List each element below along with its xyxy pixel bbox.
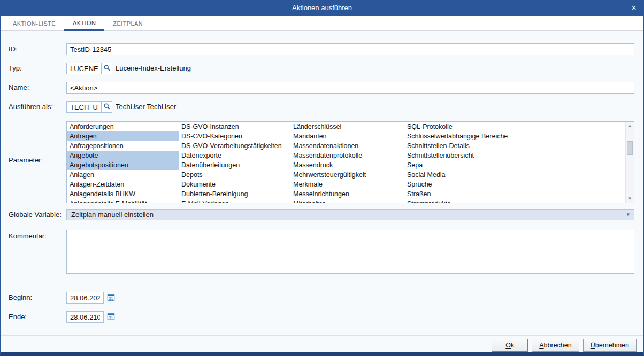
typ-description: Lucene-Index-Erstellung (116, 63, 191, 74)
list-item[interactable]: Anfragen (67, 131, 179, 141)
list-item[interactable]: Anfragepositionen (67, 141, 179, 151)
magnifier-icon (103, 103, 111, 112)
begin-calendar-button[interactable]: 31 (106, 293, 116, 303)
run-as-label: Ausführen als: (9, 101, 53, 113)
close-icon: × (631, 3, 636, 13)
list-item[interactable]: Anforderungen (67, 122, 179, 131)
comment-textarea[interactable] (66, 230, 634, 274)
svg-text:31: 31 (109, 315, 113, 319)
list-item[interactable]: Schnittstellen-Details (404, 141, 625, 151)
ok-button[interactable]: Ok (492, 339, 528, 352)
run-as-lookup-button[interactable] (102, 101, 112, 113)
parameter-list-column: LänderschlüsselMandantenMassendatenaktio… (290, 122, 404, 203)
list-item[interactable]: Social Media (404, 170, 625, 180)
typ-label: Typ: (9, 63, 22, 74)
run-as-code-input[interactable] (66, 101, 102, 113)
name-input[interactable] (66, 82, 634, 94)
list-item[interactable]: Mandanten (290, 131, 404, 141)
tab-strip: AKTION-LISTE AKTION ZEITPLAN (1, 16, 643, 31)
list-item[interactable]: Straßen (404, 189, 625, 199)
calendar-icon: 31 (107, 313, 115, 322)
parameter-list: AnforderungenAnfragenAnfragepositionenAn… (66, 121, 634, 203)
close-button[interactable]: × (624, 0, 644, 16)
button-bar: Ok Abbrechen Übernehmen (492, 339, 637, 352)
scrollbar[interactable]: ▲ ▼ (625, 122, 634, 203)
typ-lookup-button[interactable] (102, 63, 112, 74)
list-item[interactable]: Anlagendetails E-Mobilität (67, 199, 179, 203)
list-item[interactable]: Massendatenprotokolle (290, 151, 404, 160)
parameter-list-columns: AnforderungenAnfragenAnfragepositionenAn… (67, 122, 625, 203)
scroll-down-button[interactable]: ▼ (626, 195, 634, 203)
end-date-input[interactable] (66, 311, 104, 323)
id-label: ID: (9, 43, 18, 55)
list-item[interactable]: Sprüche (404, 180, 625, 189)
window-title: Aktionen ausführen (0, 0, 644, 16)
scroll-up-button[interactable]: ▲ (626, 122, 634, 130)
svg-text:31: 31 (109, 296, 113, 300)
global-variable-value: Zeitplan manuell einstellen (71, 211, 154, 219)
list-item[interactable]: Datenexporte (179, 151, 290, 160)
parameter-list-column: AnforderungenAnfragenAnfragepositionenAn… (67, 122, 179, 203)
list-item[interactable]: Dubletten-Bereinigung (179, 189, 290, 199)
scrollbar-thumb[interactable] (627, 141, 633, 155)
id-input[interactable] (66, 43, 634, 55)
magnifier-icon (103, 64, 111, 73)
list-item[interactable]: Anlagendetails BHKW (67, 189, 179, 199)
parameter-label: Parameter: (9, 154, 43, 166)
list-item[interactable]: Schnittstellenübersicht (404, 151, 625, 160)
list-item[interactable]: Länderschlüssel (290, 122, 404, 131)
parameter-list-column: SQL-ProtokolleSchlüsselwertabhängige Ber… (404, 122, 625, 203)
end-label: Ende: (9, 311, 27, 323)
comment-label: Kommentar: (9, 230, 47, 242)
list-item[interactable]: DS-GVO-Instanzen (179, 122, 290, 131)
list-item[interactable]: Sepa (404, 160, 625, 170)
list-item[interactable]: DS-GVO-Verarbeitungstätigkeiten (179, 141, 290, 151)
typ-code-input[interactable] (66, 63, 102, 74)
divider (1, 335, 643, 336)
tab-zeitplan[interactable]: ZEITPLAN (104, 16, 151, 30)
list-item[interactable]: Anlagen (67, 170, 179, 180)
apply-button[interactable]: Übernehmen (583, 339, 637, 352)
name-label: Name: (9, 82, 29, 94)
title-bar: Aktionen ausführen × (0, 0, 644, 16)
list-item[interactable]: Angebote (67, 151, 179, 160)
list-item[interactable]: Angebotspositionen (67, 160, 179, 170)
list-item[interactable]: Dokumente (179, 180, 290, 189)
begin-date-input[interactable] (66, 292, 104, 304)
list-item[interactable]: Mitarbeiter (290, 199, 404, 203)
list-item[interactable]: Massendruck (290, 160, 404, 170)
dialog-window: Aktionen ausführen × AKTION-LISTE AKTION… (0, 0, 644, 356)
divider (1, 284, 643, 284)
list-item[interactable]: Datenüberleitungen (179, 160, 290, 170)
list-item[interactable]: Anlagen-Zeitdaten (67, 180, 179, 189)
begin-label: Beginn: (9, 292, 32, 304)
chevron-down-icon: ▾ (626, 211, 630, 218)
tab-aktion-liste[interactable]: AKTION-LISTE (4, 16, 64, 30)
list-item[interactable]: Depots (179, 170, 290, 180)
list-item[interactable]: Mehrwertsteuergültigkeit (290, 170, 404, 180)
calendar-icon: 31 (107, 293, 115, 303)
list-item[interactable]: SQL-Protokolle (404, 122, 625, 131)
run-as-description: TechUser TechUser (116, 101, 176, 113)
list-item[interactable]: DS-GVO-Kategorien (179, 131, 290, 141)
end-calendar-button[interactable]: 31 (106, 312, 116, 322)
list-item[interactable]: Schlüsselwertabhängige Bereiche (404, 131, 625, 141)
list-item[interactable]: Stromprodukte (404, 199, 625, 203)
parameter-list-column: DS-GVO-InstanzenDS-GVO-KategorienDS-GVO-… (179, 122, 290, 203)
global-variable-select[interactable]: Zeitplan manuell einstellen ▾ (66, 209, 634, 220)
cancel-button[interactable]: Abbrechen (532, 339, 579, 352)
list-item[interactable]: Messeinrichtungen (290, 189, 404, 199)
list-item[interactable]: Massendatenaktionen (290, 141, 404, 151)
global-variable-label: Globale Variable: (9, 209, 62, 221)
tab-aktion[interactable]: AKTION (64, 16, 104, 31)
list-item[interactable]: Merkmale (290, 180, 404, 189)
list-item[interactable]: E-Mail-Vorlagen (179, 199, 290, 203)
